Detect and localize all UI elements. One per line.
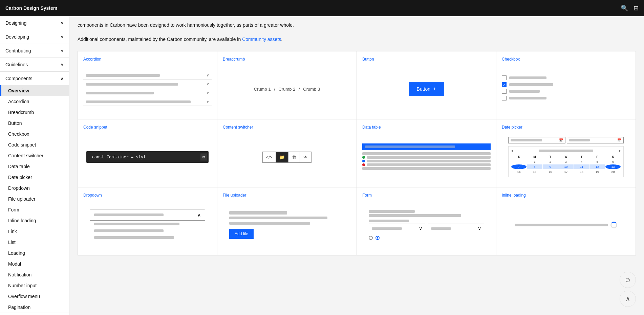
sidebar-item-code-snippet[interactable]: Code snippet (0, 139, 69, 150)
checkbox-unchecked-2[interactable] (502, 89, 507, 94)
sidebar-item-form[interactable]: Form (0, 204, 69, 215)
sidebar-item-checkbox[interactable]: Checkbox (0, 129, 69, 139)
copy-button[interactable]: ⧉ (200, 154, 207, 161)
scroll-to-top-button[interactable]: ∧ (620, 291, 636, 307)
calendar-grid: S M T W T F S 1 2 3 (511, 154, 621, 174)
sidebar-item-modal[interactable]: Modal (0, 258, 69, 269)
sidebar-section-header-contributing[interactable]: Contributing ∨ (0, 44, 69, 58)
card-title-date-picker[interactable]: Date picker (502, 125, 630, 130)
date-picker-input-end[interactable]: 📅 (567, 137, 624, 143)
component-grid: Accordion ∨ ∨ ∨ (78, 51, 636, 255)
calendar-day[interactable]: 6 (605, 159, 621, 164)
card-title-inline-loading[interactable]: Inline loading (502, 193, 630, 198)
prev-month-button[interactable]: < (511, 149, 513, 153)
form-select-1[interactable]: ∨ (369, 224, 425, 233)
calendar-day-selected-end[interactable]: 13 (605, 164, 621, 169)
sidebar-section-header-components[interactable]: Components ∧ (0, 72, 69, 85)
calendar-day[interactable]: 1 (527, 159, 542, 164)
sidebar-item-notification[interactable]: Notification (0, 269, 69, 280)
sidebar-section-header-developing[interactable]: Developing ∨ (0, 30, 69, 44)
calendar-day[interactable]: 14 (511, 170, 527, 174)
calendar-day[interactable]: 20 (605, 170, 621, 174)
dropdown-trigger[interactable]: ∧ (90, 209, 205, 221)
status-dot-green (362, 156, 365, 159)
dropdown-item-3[interactable] (90, 234, 205, 241)
checkbox-unchecked-3[interactable] (502, 96, 507, 100)
form-select-2[interactable]: ∨ (428, 224, 485, 233)
next-month-button[interactable]: > (619, 149, 621, 153)
card-title-dropdown[interactable]: Dropdown (83, 193, 212, 198)
sidebar-item-data-table[interactable]: Data table (0, 161, 69, 172)
date-picker-input-start[interactable]: 📅 (508, 137, 565, 143)
add-file-button[interactable]: Add file (229, 229, 254, 239)
calendar-day-selected-start[interactable]: 7 (511, 164, 527, 169)
calendar-day[interactable] (511, 159, 527, 164)
form-label-bar (369, 210, 415, 213)
card-title-form[interactable]: Form (362, 193, 491, 198)
calendar-day[interactable]: 19 (589, 170, 605, 174)
card-title-checkbox[interactable]: Checkbox (502, 57, 630, 62)
sidebar-item-content-switcher[interactable]: Content switcher (0, 150, 69, 161)
status-dot-blue (362, 160, 365, 162)
sidebar-item-pagination[interactable]: Pagination (0, 302, 69, 313)
search-icon[interactable]: 🔍 (621, 4, 628, 12)
sidebar-item-list[interactable]: List (0, 237, 69, 248)
calendar-day-range[interactable]: 8 (527, 164, 542, 169)
cs-btn-code[interactable]: </> (263, 152, 276, 162)
checkbox-unchecked-1[interactable] (502, 75, 507, 80)
sidebar-item-button[interactable]: Button (0, 118, 69, 129)
calendar-day-range[interactable]: 11 (574, 164, 589, 169)
sidebar-item-link[interactable]: Link (0, 226, 69, 237)
code-block: const Container = styl ⧉ (86, 151, 208, 163)
card-title-accordion[interactable]: Accordion (83, 57, 212, 62)
sidebar-item-number-input[interactable]: Number input (0, 280, 69, 291)
calendar-day[interactable]: 18 (574, 170, 589, 174)
calendar-day-range[interactable]: 10 (558, 164, 574, 169)
card-title-button[interactable]: Button (362, 57, 491, 62)
sidebar-item-breadcrumb[interactable]: Breadcrumb (0, 107, 69, 118)
sidebar-item-inline-loading[interactable]: Inline loading (0, 215, 69, 226)
top-nav-icons: 🔍 ⊞ (621, 4, 639, 12)
form-label-bar (369, 220, 409, 222)
sidebar-item-loading[interactable]: Loading (0, 248, 69, 258)
sidebar-item-accordion[interactable]: Accordion (0, 96, 69, 107)
top-nav: Carbon Design System 🔍 ⊞ (0, 0, 644, 16)
sidebar-item-date-picker[interactable]: Date picker (0, 172, 69, 183)
feedback-button[interactable]: ☺ (620, 272, 636, 288)
breadcrumb-crumb1: Crumb 1 (254, 87, 271, 92)
sidebar-item-file-uploader[interactable]: File uploader (0, 194, 69, 204)
community-assets-link[interactable]: Community assets (242, 37, 281, 42)
checkbox-checked[interactable]: ✓ (502, 82, 507, 87)
dropdown-item-2[interactable] (90, 227, 205, 234)
calendar-day[interactable]: 17 (558, 170, 574, 174)
card-title-breadcrumb[interactable]: Breadcrumb (223, 57, 351, 62)
sidebar-item-dropdown[interactable]: Dropdown (0, 183, 69, 194)
calendar-day[interactable]: 15 (527, 170, 542, 174)
button-demo[interactable]: Button + (409, 82, 445, 96)
sidebar-section-header-guidelines[interactable]: Guidelines ∨ (0, 58, 69, 71)
cs-btn-eye[interactable]: 👁 (300, 152, 311, 162)
calendar-day-range[interactable]: 12 (589, 164, 605, 169)
calendar-day[interactable]: 16 (543, 170, 558, 174)
calendar-day[interactable]: 3 (558, 159, 574, 164)
file-uploader-desc-bar (229, 217, 327, 219)
calendar-day[interactable]: 4 (574, 159, 589, 164)
radio-checked[interactable] (375, 236, 380, 240)
sidebar-item-overview[interactable]: Overview (0, 85, 69, 96)
grid-icon[interactable]: ⊞ (634, 4, 639, 12)
calendar-day[interactable]: 2 (543, 159, 558, 164)
card-title-file-uploader[interactable]: File uploader (223, 193, 351, 198)
cs-btn-folder[interactable]: 📁 (276, 152, 288, 162)
sidebar-section-header-designing[interactable]: Designing ∨ (0, 16, 69, 30)
sidebar-item-overflow-menu[interactable]: Overflow menu (0, 291, 69, 302)
calendar-day-range[interactable]: 9 (543, 164, 558, 169)
cs-btn-trash[interactable]: 🗑 (288, 152, 300, 162)
radio-option-1[interactable] (369, 236, 373, 240)
radio-option-2[interactable] (375, 236, 380, 240)
dropdown-item-1[interactable] (90, 221, 205, 227)
calendar-day[interactable]: 5 (589, 159, 605, 164)
card-title-data-table[interactable]: Data table (362, 125, 491, 130)
card-title-code-snippet[interactable]: Code snippet (83, 125, 212, 130)
card-title-content-switcher[interactable]: Content switcher (223, 125, 351, 130)
radio-unchecked[interactable] (369, 236, 373, 240)
